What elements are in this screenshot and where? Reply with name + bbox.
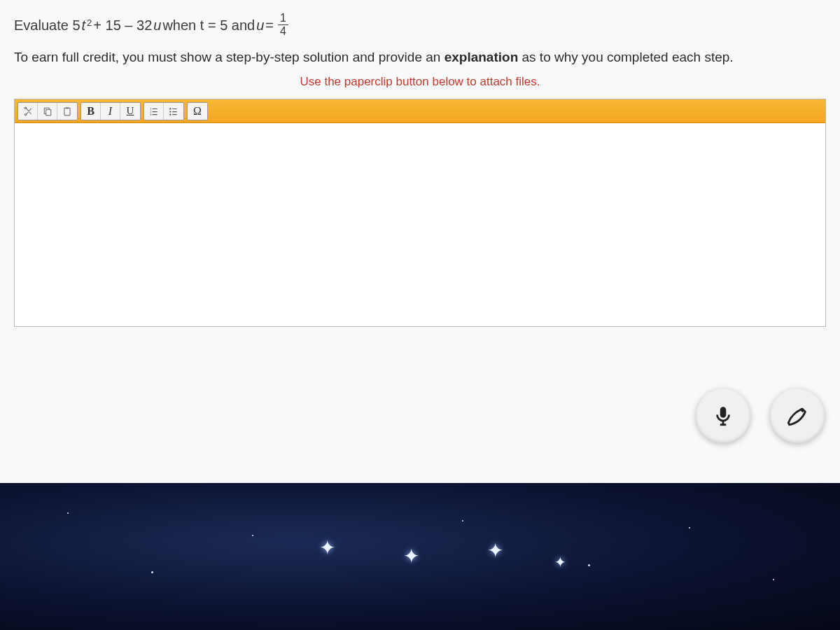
question-prompt: Evaluate 5t2 + 15 – 32u when t = 5 and u… [0,0,840,44]
list-group: 123 [144,102,184,120]
fraction: 1 4 [278,13,288,37]
question-text: Evaluate 5 [14,14,80,36]
microphone-button[interactable] [696,388,750,443]
svg-rect-3 [66,107,69,108]
svg-point-10 [169,108,171,109]
italic-button[interactable]: I [101,102,120,120]
attach-hint: Use the paperclip button below to attach… [0,69,840,99]
equals: = [265,14,274,36]
svg-rect-2 [64,108,70,115]
instruction-emphasis: explanation [444,50,519,64]
scissors-icon [23,106,33,116]
microphone-icon [711,404,735,428]
editor-toolbar: B I U 123 Ω [15,99,825,123]
floating-actions [696,388,825,443]
exponent: 2 [87,16,92,31]
svg-text:3: 3 [150,112,152,115]
fraction-denominator: 4 [278,24,288,37]
underline-button[interactable]: U [120,102,140,120]
question-text: + 15 – 32 [93,14,152,36]
pencil-icon [785,404,809,428]
ordered-list-icon: 123 [149,106,159,116]
clipboard-icon [62,106,72,116]
copy-icon [43,106,52,116]
desktop-wallpaper: ✦ ✦ ✦ ✦ [0,483,840,630]
cut-button[interactable] [18,102,38,120]
question-text: when t = 5 and [162,14,255,36]
special-char-button[interactable]: Ω [188,102,207,120]
var-t: t [82,14,86,36]
svg-rect-1 [46,109,50,115]
svg-point-14 [169,113,171,115]
clipboard-group [18,102,78,120]
copy-button[interactable] [38,102,57,120]
ordered-list-button[interactable]: 123 [144,102,164,120]
svg-rect-16 [720,407,727,418]
bold-button[interactable]: B [81,102,101,120]
bullet-list-icon [169,106,178,116]
symbol-group: Ω [187,102,208,120]
svg-point-12 [169,111,171,112]
editor-textarea[interactable] [15,123,825,326]
fraction-numerator: 1 [278,13,288,24]
draw-button[interactable] [770,388,825,443]
instruction-text: To earn full credit, you must show a ste… [0,44,840,69]
var-u2: u [256,14,264,36]
paste-button[interactable] [57,102,77,120]
rich-text-editor: B I U 123 Ω [14,99,826,327]
unordered-list-button[interactable] [164,102,183,120]
format-group: B I U [80,102,141,120]
var-u: u [153,14,161,36]
